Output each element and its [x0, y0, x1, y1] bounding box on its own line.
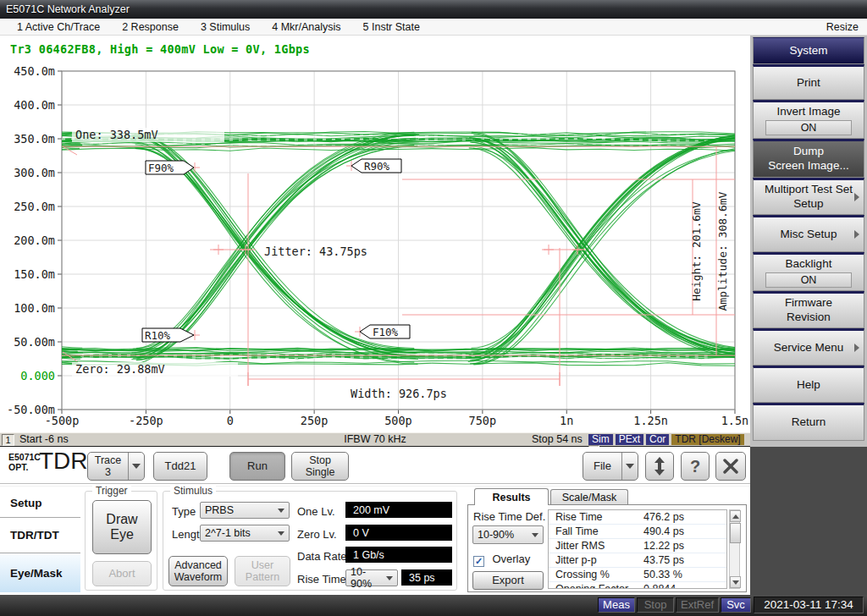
stimulus-group-label: Stimulus	[170, 485, 216, 497]
instrument-screen: Tr3 06462FB8, High = 400mV Low = 0V, 1Gb…	[0, 36, 750, 447]
advanced-waveform-button[interactable]: Advanced Waveform	[168, 556, 228, 586]
svg-text:F90%: F90%	[148, 162, 174, 174]
type-combo[interactable]: PRBS	[200, 502, 290, 519]
run-button[interactable]: Run	[229, 452, 285, 481]
svc-indicator: Svc	[721, 597, 751, 613]
file-dropdown[interactable]: File	[583, 452, 638, 481]
rise-time-label: Rise Time	[297, 573, 346, 586]
tab-setup[interactable]: Setup	[0, 489, 80, 518]
softkey-misc-setup[interactable]: Misc Setup	[753, 215, 864, 252]
overlay-checkbox[interactable]: ✓ Overlay	[473, 553, 530, 568]
chevron-down-icon	[532, 533, 538, 537]
close-icon	[723, 459, 738, 474]
close-button[interactable]	[715, 452, 746, 481]
svg-text:R10%: R10%	[145, 329, 171, 342]
svg-text:Zero: 29.88mV: Zero: 29.88mV	[75, 362, 165, 376]
svg-text:100.0m: 100.0m	[14, 301, 55, 315]
svg-text:300.0m: 300.0m	[14, 166, 55, 179]
scrollbar-thumb[interactable]	[730, 523, 741, 543]
tdr-logo-model: E5071COPT.	[8, 453, 41, 472]
meas-indicator: Meas	[598, 597, 635, 613]
svg-text:350.0m: 350.0m	[14, 132, 55, 146]
softkey-print[interactable]: Print	[753, 64, 864, 100]
extref-indicator: ExtRef	[676, 597, 719, 613]
chevron-down-icon	[278, 509, 284, 513]
svg-text:One: 338.5mV: One: 338.5mV	[75, 128, 158, 141]
svg-text:-50.00m: -50.00m	[7, 403, 55, 416]
user-pattern-button[interactable]: User Pattern	[235, 556, 290, 586]
svg-text:0: 0	[227, 414, 234, 427]
tab-tdr-tdt[interactable]: TDR/TDT	[0, 518, 80, 553]
rise-time-def-combo[interactable]: 10-90%	[345, 569, 398, 586]
svg-text:-250p: -250p	[129, 414, 163, 427]
minimize-restore-button[interactable]	[645, 452, 674, 481]
tdr-deskew-badge: TDR [Deskew]	[671, 434, 743, 445]
softkey-sidebar: System Print Invert ImageON Dump Screen …	[750, 36, 867, 447]
channel-status-strip: 1 Start -6 ns IFBW 70 kHz Stop 54 ns Sim…	[0, 432, 750, 448]
menu-resize[interactable]: Resize	[826, 21, 859, 33]
checkbox-check-icon: ✓	[473, 556, 484, 567]
svg-text:0.000: 0.000	[20, 369, 55, 382]
softkey-dump-screen-image[interactable]: Dump Screen Image...	[753, 139, 864, 178]
svg-text:R90%: R90%	[364, 160, 390, 173]
softkey-backlight[interactable]: BacklightON	[753, 252, 864, 291]
sim-badge: Sim	[588, 434, 613, 445]
help-button[interactable]: ?	[681, 452, 710, 481]
softkey-multiport-test-set[interactable]: Multiport Test Set Setup	[753, 178, 864, 215]
svg-text:150.0m: 150.0m	[14, 267, 55, 281]
trigger-group: Trigger Draw Eye Abort	[85, 491, 157, 591]
data-rate-field[interactable]: 1 Gb/s	[345, 547, 452, 563]
menu-stimulus[interactable]: 3 Stimulus	[196, 21, 255, 33]
menu-mkr-analysis[interactable]: 4 Mkr/Analysis	[267, 21, 345, 33]
scroll-up-icon[interactable]	[730, 510, 741, 522]
svg-text:Height: 201.6mV: Height: 201.6mV	[690, 201, 703, 301]
softkey-firmware-revision[interactable]: Firmware Revision	[753, 291, 864, 328]
menu-bar: 1 Active Ch/Trace 2 Response 3 Stimulus …	[0, 19, 867, 36]
tab-scale-mask[interactable]: Scale/Mask	[550, 489, 628, 505]
stop-single-button[interactable]: Stop Single	[291, 452, 349, 481]
window-title: E5071C Network Analyzer	[6, 3, 130, 15]
scroll-down-icon[interactable]	[730, 576, 741, 588]
stimulus-group: Stimulus Type PRBS Length 2^7-1 bits Adv…	[163, 491, 457, 591]
table-row: Fall Time490.4 ps	[549, 525, 726, 539]
trace-select-dropdown[interactable]: Trace 3	[87, 452, 145, 481]
svg-text:1.25n: 1.25n	[633, 414, 668, 427]
rise-time-field[interactable]: 35 ps	[401, 569, 452, 586]
results-scrollbar[interactable]	[729, 509, 740, 589]
svg-text:450.0m: 450.0m	[14, 64, 55, 78]
chevron-down-icon	[621, 453, 638, 480]
desktop-background	[750, 447, 867, 595]
results-rise-time-def-combo[interactable]: 10-90%	[472, 525, 544, 544]
length-combo[interactable]: 2^7-1 bits	[200, 525, 290, 542]
tdd21-button[interactable]: Tdd21	[153, 452, 207, 481]
e5071c-screen: E5071C Network Analyzer 1 Active Ch/Trac…	[0, 0, 867, 616]
softkey-help[interactable]: Help	[753, 366, 864, 403]
svg-text:50.00m: 50.00m	[14, 335, 55, 349]
draw-eye-button[interactable]: Draw Eye	[92, 500, 152, 554]
softkey-system[interactable]: System	[753, 37, 864, 64]
chevron-right-icon	[854, 344, 859, 352]
menu-response[interactable]: 2 Response	[117, 21, 184, 33]
svg-text:Amplitude: 308.6mV: Amplitude: 308.6mV	[716, 191, 729, 311]
tdr-logo-app: TDR	[39, 448, 88, 475]
zero-level-field[interactable]: 0 V	[345, 525, 452, 541]
eye-diagram-chart: -500p-250p0250p500p750p1n1.25n1.5n450.0m…	[0, 36, 750, 432]
softkey-return[interactable]: Return	[753, 403, 864, 441]
instrument-status-bar: Meas Stop ExtRef Svc 2021-03-11 17:34	[0, 595, 867, 616]
tab-eye-mask[interactable]: Eye/Mask	[0, 553, 80, 592]
softkey-service-menu[interactable]: Service Menu	[753, 328, 864, 366]
chevron-down-icon	[386, 576, 393, 580]
menu-instr-state[interactable]: 5 Instr State	[358, 21, 425, 33]
table-row: Jitter p-p43.75 ps	[549, 553, 726, 568]
svg-text:500p: 500p	[384, 414, 412, 427]
abort-button[interactable]: Abort	[92, 561, 152, 586]
softkey-invert-image[interactable]: Invert ImageON	[753, 100, 864, 139]
svg-text:250.0m: 250.0m	[14, 200, 55, 213]
export-button[interactable]: Export	[472, 571, 544, 590]
up-down-arrow-icon	[654, 457, 665, 476]
menu-active-ch-trace[interactable]: 1 Active Ch/Trace	[12, 21, 105, 33]
svg-text:Width: 926.7ps: Width: 926.7ps	[351, 387, 447, 400]
tab-results[interactable]: Results	[474, 488, 549, 505]
svg-text:1n: 1n	[560, 414, 573, 427]
one-level-field[interactable]: 200 mV	[345, 502, 452, 518]
